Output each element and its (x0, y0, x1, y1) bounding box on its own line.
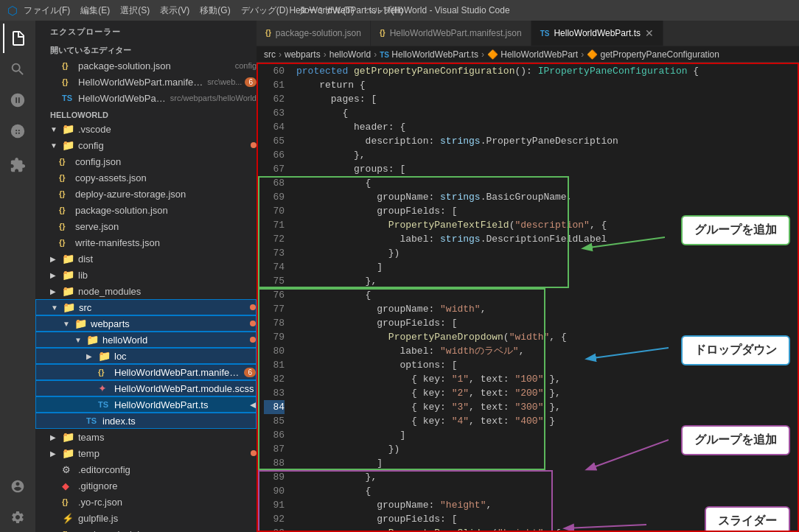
tree-teams[interactable]: ▶ 📁 teams (35, 429, 257, 445)
bc-webparts[interactable]: webparts (285, 49, 321, 60)
bc-helloworld[interactable]: helloWorld (329, 49, 371, 60)
tree-config-json[interactable]: {} config.json (35, 153, 257, 169)
activity-debug[interactable] (3, 116, 32, 146)
bc-src[interactable]: src (264, 49, 276, 60)
tree-scss[interactable]: ✦ HelloWorldWebPart.module.scss (35, 380, 257, 396)
activity-extensions[interactable] (3, 150, 32, 180)
tree-package-solution[interactable]: {} package-solution.json (35, 202, 257, 218)
sidebar-header: エクスプローラー (35, 21, 257, 41)
annotation-group-add-2: グループを追加 (681, 425, 790, 455)
title-bar: ⬡ ファイル(F) 編集(E) 選択(S) 表示(V) 移動(G) デバッグ(D… (0, 0, 799, 21)
annotation-slider: スライダー (705, 506, 790, 532)
tree-index-ts[interactable]: TS index.ts (35, 413, 257, 429)
svg-point-0 (11, 125, 24, 138)
tree-webparts[interactable]: ▼ 📁 webparts (35, 315, 257, 332)
tab-package-solution[interactable]: {} package-solution.json (257, 21, 371, 46)
tree-config[interactable]: ▼ 📁 config (35, 137, 257, 153)
menu-goto[interactable]: 移動(G) (200, 4, 230, 17)
tree-serve[interactable]: {} serve.json (35, 218, 257, 234)
activity-settings[interactable] (3, 503, 32, 532)
tree-vscode[interactable]: ▼ 📁 .vscode (35, 121, 257, 137)
tree-gitignore[interactable]: ◆ .gitignore (35, 477, 257, 494)
menu-file[interactable]: ファイル(F) (24, 4, 70, 17)
tree-temp[interactable]: ▶ 📁 temp (35, 445, 257, 461)
editor-area: {} package-solution.json {} HelloWorldWe… (257, 21, 799, 532)
tree-gulpfile[interactable]: ⚡ gulpfile.js (35, 510, 257, 526)
file-tree: 開いているエディター {} package-solution.json conf… (35, 41, 257, 532)
tree-helloworld[interactable]: ▼ 📁 helloWorld (35, 332, 257, 348)
code-content[interactable]: protected getPropertyPaneConfiguration()… (290, 64, 798, 531)
tree-lib[interactable]: ▶ 📁 lib (35, 267, 257, 283)
tabs-bar: {} package-solution.json {} HelloWorldWe… (257, 21, 799, 46)
tree-package-lock[interactable]: {} package-lock.json (35, 526, 257, 532)
annotation-dropdown: ドロップダウン (681, 335, 790, 365)
tree-write-manifests[interactable]: {} write-manifests.json (35, 234, 257, 251)
tab-close-ts[interactable]: ✕ (645, 27, 654, 39)
helloworld-section-label: HELLOWORLD (35, 106, 257, 121)
tab-manifest[interactable]: {} HelloWorldWebPart.manifest.json (371, 21, 531, 46)
bc-class[interactable]: 🔶 HelloWorldWebPart (487, 49, 578, 60)
menu-select[interactable]: 選択(S) (120, 4, 150, 17)
tree-copy-assets[interactable]: {} copy-assets.json (35, 169, 257, 186)
sidebar: エクスプローラー 開いているエディター {} package-solution.… (35, 21, 257, 532)
activity-bar (0, 21, 35, 532)
tree-src[interactable]: ▼ 📁 src (35, 299, 257, 315)
tree-loc[interactable]: ▶ 📁 loc (35, 348, 257, 364)
bc-ts-file[interactable]: TS HelloWorldWebPart.ts (380, 49, 478, 60)
tree-yoconf[interactable]: {} .yo-rc.json (35, 494, 257, 510)
activity-accounts[interactable] (3, 472, 32, 501)
code-editor[interactable]: 6061626364 6566676869 7071727374 7576777… (257, 63, 799, 532)
menu-debug[interactable]: デバッグ(D) (241, 4, 289, 17)
tree-dist[interactable]: ▶ 📁 dist (35, 251, 257, 267)
bc-method[interactable]: 🔶 getPropertyPaneConfiguration (587, 49, 719, 60)
activity-git[interactable] (3, 85, 32, 115)
tree-deploy-azure[interactable]: {} deploy-azure-storage.json (35, 186, 257, 202)
open-editor-manifest[interactable]: {} HelloWorldWebPart.manifest.json src\w… (35, 74, 257, 90)
window-title: HelloWorldWebPart.ts - HelloWorld - Visu… (289, 5, 509, 15)
tree-manifest-json[interactable]: {} HelloWorldWebPart.manifest.json 6 (35, 364, 257, 380)
open-editors-label: 開いているエディター (35, 41, 257, 57)
tab-ts-active[interactable]: TS HelloWorldWebPart.ts ✕ (531, 21, 663, 46)
menu-edit[interactable]: 編集(E) (80, 4, 110, 17)
tree-editorconfig[interactable]: ⚙ .editorconfig (35, 461, 257, 477)
menu-view[interactable]: 表示(V) (160, 4, 189, 17)
main-layout: エクスプローラー 開いているエディター {} package-solution.… (0, 21, 799, 532)
open-editor-package-solution[interactable]: {} package-solution.json config (35, 57, 257, 74)
tree-node-modules[interactable]: ▶ 📁 node_modules (35, 283, 257, 299)
activity-files[interactable] (3, 24, 32, 53)
annotation-group-add-1: グループを追加 (681, 215, 790, 245)
app-logo-icon: ⬡ (7, 4, 18, 18)
line-numbers: 6061626364 6566676869 7071727374 7576777… (258, 64, 290, 531)
activity-search[interactable] (3, 55, 32, 84)
breadcrumb: src › webparts › helloWorld › TS HelloWo… (257, 46, 799, 63)
tree-ts-selected[interactable]: TS HelloWorldWebPart.ts ◀ (35, 396, 257, 413)
open-editor-ts[interactable]: TS HelloWorldWebPart.ts src/webparts/hel… (35, 90, 257, 106)
